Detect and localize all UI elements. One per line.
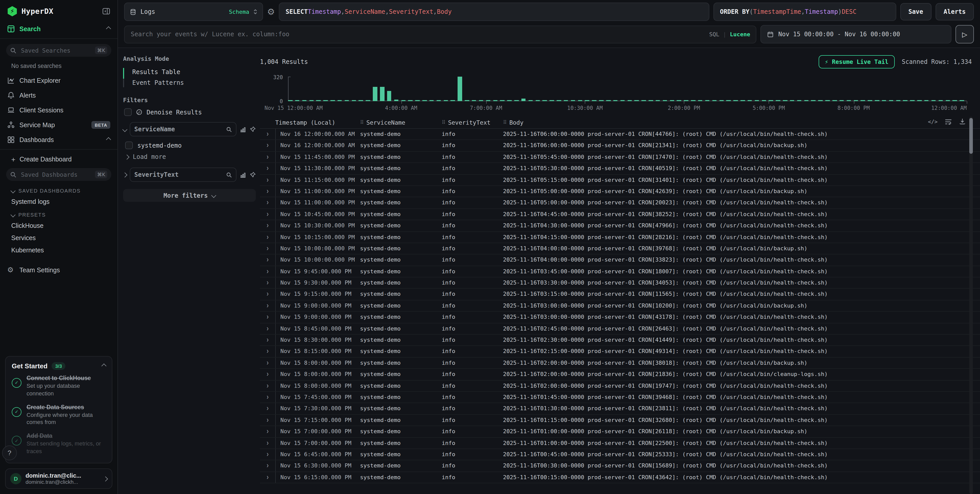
table-row[interactable]: ❯Nov 15 11:00:00.000 PMsystemd-demoinfo2…: [260, 186, 980, 198]
histogram-bar[interactable]: [331, 100, 335, 101]
drag-handle-icon[interactable]: ⠿: [360, 120, 364, 125]
alerts-button[interactable]: Alerts: [935, 3, 974, 21]
table-row[interactable]: ❯Nov 15 10:30:00.000 PMsystemd-demoinfo2…: [260, 220, 980, 232]
histogram-bar[interactable]: [684, 100, 689, 101]
table-row[interactable]: ❯Nov 15 10:45:00.000 PMsystemd-demoinfo2…: [260, 209, 980, 220]
histogram-bar[interactable]: [825, 100, 830, 101]
facet-chart-icon[interactable]: [240, 126, 246, 132]
histogram-bar[interactable]: [380, 87, 384, 101]
user-menu[interactable]: D dominic.tran@clic... dominic.tran@clic…: [5, 469, 112, 489]
checkbox[interactable]: [124, 108, 132, 116]
table-row[interactable]: ❯Nov 15 7:00:00.000 PMsystemd-demoinfo20…: [260, 426, 980, 438]
histogram-bar[interactable]: [323, 100, 328, 101]
histogram-bar[interactable]: [394, 100, 398, 101]
histogram-bar[interactable]: [804, 100, 808, 101]
histogram-bar[interactable]: [705, 100, 710, 101]
load-more-button[interactable]: Load more: [125, 153, 256, 160]
histogram-bar[interactable]: [748, 100, 752, 101]
histogram-bar[interactable]: [387, 91, 391, 101]
histogram-bar[interactable]: [917, 100, 921, 101]
lucene-toggle[interactable]: Lucene: [730, 31, 751, 38]
histogram-bar[interactable]: [451, 100, 455, 101]
histogram-bar[interactable]: [585, 100, 589, 101]
get-started-step[interactable]: ✓Connect to ClickHouseSet up your databa…: [12, 375, 106, 397]
run-query-button[interactable]: ▷: [956, 25, 974, 43]
row-expand-icon[interactable]: ❯: [260, 449, 275, 460]
facet-chart-icon[interactable]: [240, 171, 246, 178]
histogram-bar[interactable]: [317, 100, 321, 101]
facet-search-box[interactable]: ServiceName: [130, 122, 237, 136]
histogram-bar[interactable]: [677, 100, 681, 101]
histogram-bar[interactable]: [649, 100, 653, 101]
row-expand-icon[interactable]: ❯: [260, 198, 275, 209]
histogram-bar[interactable]: [762, 100, 766, 101]
histogram-bar[interactable]: [373, 87, 377, 101]
histogram-bar[interactable]: [557, 100, 561, 101]
table-row[interactable]: ❯Nov 15 11:00:00.000 PMsystemd-demoinfo2…: [260, 198, 980, 209]
row-expand-icon[interactable]: ❯: [260, 438, 275, 449]
section-presets[interactable]: PRESETS: [0, 208, 118, 220]
histogram-bar[interactable]: [719, 100, 724, 101]
row-expand-icon[interactable]: ❯: [260, 289, 275, 300]
row-expand-icon[interactable]: ❯: [260, 140, 275, 151]
sidebar-dashboard-item[interactable]: Systemd logs: [0, 196, 118, 208]
row-expand-icon[interactable]: ❯: [260, 152, 275, 163]
order-by-input[interactable]: ORDER BY (TimestampTime, Timestamp) DESC: [713, 3, 896, 21]
table-row[interactable]: ❯Nov 16 12:00:00.000 AMsystemd-demoinfo2…: [260, 140, 980, 152]
histogram-bar[interactable]: [896, 100, 900, 101]
row-expand-icon[interactable]: ❯: [260, 403, 275, 414]
denoise-results-toggle[interactable]: Denoise Results: [124, 108, 256, 116]
histogram-bar[interactable]: [613, 100, 618, 101]
query-language-toggle[interactable]: SQL | Lucene: [710, 25, 751, 43]
sidebar-item-search[interactable]: Search: [0, 21, 118, 36]
table-row[interactable]: ❯Nov 15 7:45:00.000 PMsystemd-demoinfo20…: [260, 392, 980, 403]
sidebar-preset-item[interactable]: Kubernetes: [0, 244, 118, 257]
col-timestamp[interactable]: Timestamp (Local): [275, 119, 360, 126]
resume-live-tail-button[interactable]: ⚡ Resume Live Tail: [819, 55, 894, 69]
mode-event-patterns[interactable]: Event Patterns: [124, 78, 184, 88]
histogram-bar[interactable]: [656, 100, 660, 101]
table-row[interactable]: ❯Nov 15 6:30:00.000 PMsystemd-demoinfo20…: [260, 461, 980, 472]
histogram-bar[interactable]: [818, 100, 823, 101]
histogram-bar[interactable]: [733, 100, 738, 101]
histogram-bar[interactable]: [740, 100, 745, 101]
events-histogram[interactable]: 320 0 Nov 15 12:00:00 AM4:00:00 AM7:00:0…: [263, 73, 967, 112]
histogram-bar[interactable]: [564, 100, 568, 101]
row-expand-icon[interactable]: ❯: [260, 163, 275, 174]
row-expand-icon[interactable]: ❯: [260, 129, 275, 140]
histogram-bar[interactable]: [606, 100, 611, 101]
histogram-bar[interactable]: [769, 100, 773, 101]
histogram-bar[interactable]: [635, 100, 639, 101]
histogram-bar[interactable]: [472, 100, 476, 101]
histogram-bar[interactable]: [430, 100, 434, 101]
sidebar-preset-item[interactable]: Services: [0, 232, 118, 244]
histogram-bar[interactable]: [549, 100, 554, 101]
source-settings-gear-icon[interactable]: ⚙: [267, 7, 275, 16]
row-expand-icon[interactable]: ❯: [260, 232, 275, 243]
table-row[interactable]: ❯Nov 16 12:00:00.000 AMsystemd-demoinfo2…: [260, 129, 980, 140]
row-expand-icon[interactable]: ❯: [260, 174, 275, 185]
histogram-bar[interactable]: [436, 100, 441, 101]
pin-icon[interactable]: [249, 126, 256, 132]
histogram-bar[interactable]: [889, 100, 893, 101]
histogram-bar[interactable]: [854, 100, 858, 101]
row-expand-icon[interactable]: ❯: [260, 335, 275, 346]
row-expand-icon[interactable]: ❯: [260, 300, 275, 311]
histogram-bar[interactable]: [571, 100, 575, 101]
row-expand-icon[interactable]: ❯: [260, 277, 275, 288]
row-expand-icon[interactable]: ❯: [260, 323, 275, 334]
code-view-icon[interactable]: </>: [928, 118, 938, 124]
histogram-bar[interactable]: [288, 100, 293, 101]
histogram-bar[interactable]: [627, 100, 632, 101]
pin-icon[interactable]: [249, 171, 256, 178]
histogram-bar[interactable]: [712, 100, 716, 101]
histogram-bar[interactable]: [939, 100, 943, 101]
histogram-bar[interactable]: [366, 100, 370, 101]
chevron-up-icon[interactable]: [101, 363, 107, 368]
histogram-bar[interactable]: [783, 100, 787, 101]
histogram-bar[interactable]: [408, 100, 413, 101]
row-expand-icon[interactable]: ❯: [260, 266, 275, 277]
row-expand-icon[interactable]: ❯: [260, 380, 275, 391]
sidebar-item-service-map[interactable]: Service Map BETA: [0, 118, 118, 132]
histogram-bar[interactable]: [903, 100, 907, 101]
